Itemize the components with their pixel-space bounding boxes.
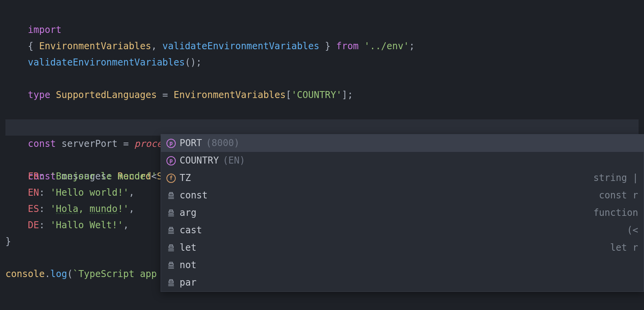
comma: , [123,220,128,231]
autocomplete-hint: (EN) [223,152,245,169]
autocomplete-label: PORT [180,134,202,152]
code-line-empty[interactable] [5,54,639,71]
code-line[interactable]: validateEnvironmentVariables(); [5,38,639,54]
autocomplete-item[interactable]: let let r [161,239,644,257]
string-value: 'Hallo Welt!' [50,220,123,231]
code-editor[interactable]: import { EnvironmentVariables, validateE… [0,0,644,310]
template-icon [166,261,176,270]
indent [5,220,28,231]
autocomplete-item[interactable]: p PORT (8000) [161,134,644,152]
string-quote: ' [50,203,56,214]
paren-open: ( [67,269,73,279]
code-line-active[interactable]: const serverPort = process.env.; [5,119,639,136]
autocomplete-item[interactable]: not [161,257,644,274]
colon: : [39,203,50,214]
spellcheck-word: mundo [90,203,118,214]
autocomplete-label: cast [180,222,202,239]
backtick: ` [73,269,78,279]
autocomplete-type: let r [610,239,638,257]
autocomplete-item[interactable]: const const r [161,187,644,204]
property-icon: p [166,156,176,165]
indent [5,171,28,182]
autocomplete-label: not [180,257,196,274]
template-icon [166,226,176,235]
code-line-empty[interactable] [5,87,639,103]
string-value: 'Bonjour le monde!' [50,171,157,182]
autocomplete-popup[interactable]: p PORT (8000) p COUNTRY (EN) f TZ string… [161,134,644,292]
code-line-empty[interactable] [5,22,639,38]
string-value: 'Hello world!' [50,187,129,198]
property-icon: p [166,139,176,148]
template-icon [166,278,176,288]
indent [5,187,28,198]
colon: : [39,171,50,182]
autocomplete-item[interactable]: cast (< [161,222,644,239]
autocomplete-type: string | [593,169,638,187]
string-quote: !' [118,203,129,214]
indent [5,203,28,214]
function-icon: f [166,174,176,183]
object-key: ES [28,203,39,214]
template-icon [166,191,176,200]
template-icon [166,208,176,218]
dot: . [45,269,50,279]
autocomplete-item[interactable]: p COUNTRY (EN) [161,152,644,169]
object-key: FR [28,171,39,182]
comma: , [129,203,134,214]
autocomplete-item[interactable]: arg function [161,204,644,222]
template-text: TypeScript app [78,269,157,279]
spellcheck-word: Hola [56,203,78,214]
comma: , [129,187,134,198]
template-icon [166,243,176,253]
string-text: , [78,203,90,214]
brace-close: } [5,236,11,247]
code-line[interactable]: import { EnvironmentVariables, validateE… [5,5,639,22]
autocomplete-hint: (8000) [206,134,240,152]
code-line[interactable]: type SupportedLanguages = EnvironmentVar… [5,71,639,87]
autocomplete-type: const r [599,187,638,204]
autocomplete-item[interactable]: f TZ string | [161,169,644,187]
colon: : [39,187,50,198]
console-obj: console [5,269,45,279]
autocomplete-label: par [180,274,196,291]
log-fn: log [50,269,67,279]
autocomplete-label: TZ [180,169,191,187]
autocomplete-item[interactable]: par [161,274,644,291]
code-line[interactable]: const country = process.env.COUNTRY; [5,103,639,119]
autocomplete-label: arg [180,204,196,222]
autocomplete-label: let [180,239,196,257]
autocomplete-label: COUNTRY [180,152,219,169]
object-key: EN [28,187,39,198]
object-key: DE [28,220,39,231]
autocomplete-type: function [593,204,638,222]
autocomplete-label: const [180,187,208,204]
autocomplete-type: (< [627,222,638,239]
colon: : [39,220,50,231]
